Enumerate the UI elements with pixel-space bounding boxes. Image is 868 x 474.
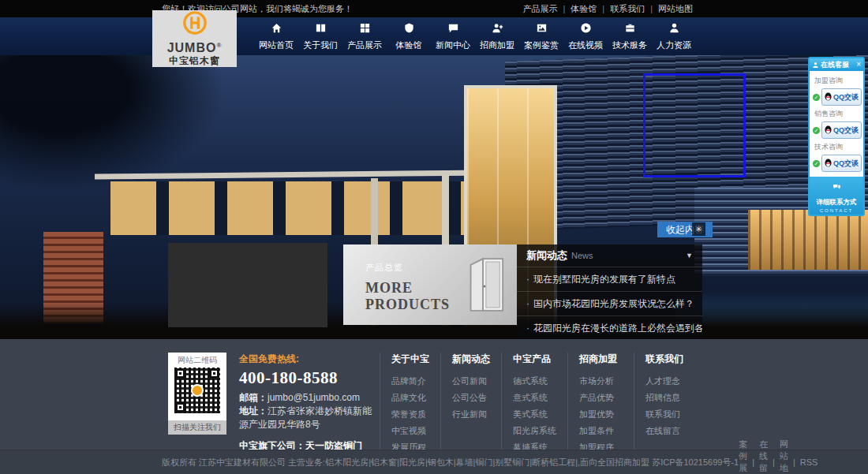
close-icon[interactable]: ×: [856, 61, 861, 69]
service-header: 在线客服 ×: [810, 58, 863, 71]
footer-link[interactable]: 市场分析: [579, 373, 623, 390]
service-row: ✓ QQ交谈: [813, 88, 860, 106]
company-logo[interactable]: JUMBO® 中宝铝木窗: [152, 10, 237, 67]
footer-column-news: 新闻动态 公司新闻 公司公告 行业新闻: [440, 353, 501, 450]
contact-details-button[interactable]: 详细联系方式 CONTACT: [810, 177, 863, 215]
service-group: 加盟咨询 ✓ QQ交谈: [813, 76, 860, 106]
news-item[interactable]: ·国内市场花园阳光房发展状况怎么样？: [517, 291, 702, 315]
product-dark-panel[interactable]: [168, 243, 327, 327]
gear-icon[interactable]: ✳: [692, 222, 705, 236]
selection-rectangle: [643, 73, 746, 177]
window-illustration-icon: [460, 254, 506, 319]
footer-column-title: 中宝产品: [513, 353, 556, 366]
bullet: ·: [526, 323, 529, 334]
top-link-sitemap[interactable]: 网站地图: [658, 3, 693, 15]
contact-caption: CONTACT: [811, 208, 862, 213]
footer-link[interactable]: 产品优势: [579, 390, 623, 406]
bullet: ·: [526, 274, 529, 285]
news-panel: 新闻动态 News ▼ ·现在别墅阳光房的发展有了新特点 ·国内市场花园阳光房发…: [517, 244, 702, 339]
separator: |: [602, 4, 604, 13]
bottom-link-cases[interactable]: 案例展示: [739, 439, 747, 474]
bottom-link-sitemap[interactable]: 网站地图: [780, 439, 788, 474]
footer-link[interactable]: 加盟优势: [579, 406, 623, 423]
bottom-link-message[interactable]: 在线留言: [759, 439, 768, 474]
play-icon: [580, 22, 592, 37]
footer: 网站二维码 扫描关注我们 全国免费热线: 400-180-8588 邮箱：jum…: [0, 339, 868, 450]
footer-link[interactable]: 品牌简介: [391, 373, 429, 390]
chevron-down-icon[interactable]: ▼: [686, 252, 693, 259]
top-link-contact[interactable]: 联系我们: [610, 3, 645, 15]
nav-label: 技术服务: [612, 39, 647, 51]
footer-column-title: 关于中宝: [391, 353, 429, 366]
qr-title: 网站二维码: [168, 353, 226, 368]
top-link-experience[interactable]: 体验馆: [571, 3, 597, 15]
copyright-text: 版权所有 江苏中宝建材有限公司 主营业务:铝木阳光房|铝木窗|阳光房|钢包木|幕…: [162, 457, 739, 468]
footer-link[interactable]: 品牌文化: [391, 390, 429, 406]
briefcase-icon: [624, 22, 636, 37]
logo-subtitle: 中宝铝木窗: [169, 54, 220, 68]
footer-link[interactable]: 人才理念: [645, 373, 683, 390]
about-icon: [315, 22, 327, 37]
footer-link[interactable]: 中宝视频: [391, 423, 429, 439]
footer-link[interactable]: 行业新闻: [452, 406, 490, 423]
nav-items: 网站首页 关于我们 产品展示 体验馆 新闻中心 招商加盟: [254, 17, 696, 55]
footer-link[interactable]: 联系我们: [645, 406, 683, 423]
nav-item-experience[interactable]: 体验馆: [387, 17, 431, 55]
qr-block: 网站二维码 扫描关注我们: [168, 353, 226, 435]
bottom-link-rss[interactable]: RSS: [800, 457, 818, 467]
photo-icon: [536, 22, 548, 37]
nav-label: 关于我们: [303, 39, 338, 51]
nav-item-about[interactable]: 关于我们: [298, 17, 342, 55]
footer-contact: 全国免费热线: 400-180-8588 邮箱：jumbo@51jumbo.co…: [239, 353, 372, 450]
footer-column-contact: 联系我们 人才理念 招聘信息 联系我们 在线留言: [634, 353, 694, 450]
footer-link[interactable]: 阳光房系统: [513, 423, 556, 439]
more-products-panel[interactable]: 产品总览 MORE PRODUCTS: [343, 244, 517, 325]
qr-caption: 扫描关注我们: [168, 420, 226, 435]
separator: |: [793, 457, 795, 467]
service-group-label: 销售咨询: [814, 109, 860, 119]
nav-item-home[interactable]: 网站首页: [254, 17, 298, 55]
nav-item-tech[interactable]: 技术服务: [608, 17, 652, 55]
nav-label: 网站首页: [259, 39, 294, 51]
footer-link[interactable]: 公司公告: [452, 390, 490, 406]
hero-lit-windows: [110, 181, 466, 235]
footer-link[interactable]: 在线留言: [645, 423, 683, 439]
footer-columns: 关于中宝 品牌简介 品牌文化 荣誉资质 中宝视频 发展历程 品牌形象 新闻动态 …: [380, 353, 694, 450]
footer-link[interactable]: 招聘信息: [645, 390, 683, 406]
footer-column-products: 中宝产品 德式系统 意式系统 美式系统 阳光房系统 幕墙系统 断桥铝系统: [501, 353, 567, 450]
news-item[interactable]: ·花园阳光房在漫长的道路上必然会遇到各种挑战: [517, 315, 702, 339]
qq-chat-button[interactable]: QQ交谈: [821, 88, 862, 106]
footer-link[interactable]: 德式系统: [513, 373, 556, 390]
nav-label: 人力资源: [657, 39, 691, 51]
news-title: 新闻动态: [526, 248, 567, 263]
nav-label: 案例鉴赏: [524, 39, 559, 51]
top-link-products[interactable]: 产品展示: [522, 3, 557, 15]
nav-label: 招商加盟: [480, 39, 514, 51]
hotline-label: 全国免费热线:: [239, 353, 372, 366]
nav-item-video[interactable]: 在线视频: [563, 17, 608, 55]
qq-chat-button[interactable]: QQ交谈: [821, 155, 862, 172]
footer-link[interactable]: 公司新闻: [452, 373, 490, 390]
chat-bubbles-icon: [832, 179, 841, 192]
nav-item-hr[interactable]: 人力资源: [652, 17, 696, 55]
logo-brand: JUMBO®: [167, 39, 223, 54]
footer-link[interactable]: 美式系统: [513, 406, 556, 423]
online-service-panel: 在线客服 × 加盟咨询 ✓ QQ交谈 销售咨询 ✓: [808, 57, 865, 216]
qq-chat-button[interactable]: QQ交谈: [821, 121, 862, 139]
nav-label: 新闻中心: [436, 39, 470, 51]
separator: |: [563, 4, 565, 13]
service-group: 销售咨询 ✓ QQ交谈: [813, 109, 860, 139]
qq-penguin-icon: [825, 123, 832, 137]
nav-item-news[interactable]: 新闻中心: [431, 17, 475, 55]
news-item[interactable]: ·现在别墅阳光房的发展有了新特点: [517, 267, 702, 291]
qr-corner: [175, 368, 185, 379]
nav-item-join[interactable]: 招商加盟: [475, 17, 519, 55]
logo-emblem-icon: [181, 9, 208, 39]
footer-link[interactable]: 加盟条件: [579, 423, 623, 439]
nav-item-products[interactable]: 产品展示: [342, 17, 387, 55]
nav-item-cases[interactable]: 案例鉴赏: [519, 17, 563, 55]
online-status-icon: ✓: [813, 127, 820, 134]
footer-link[interactable]: 意式系统: [513, 390, 556, 406]
home-icon: [271, 22, 282, 37]
footer-link[interactable]: 荣誉资质: [391, 406, 429, 423]
